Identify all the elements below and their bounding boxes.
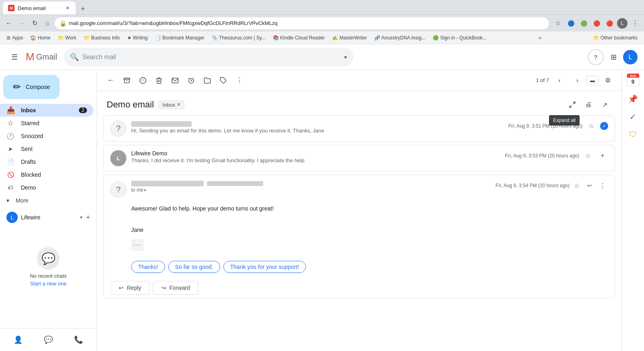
compose-btn[interactable]: ✏ Compose (3, 75, 60, 99)
search-bar[interactable]: 🔍 ▾ (64, 48, 353, 66)
back-btn[interactable]: ← (103, 73, 118, 88)
forward-btn[interactable]: ↪ Forward (153, 281, 198, 295)
active-tab[interactable]: M Demo email ✕ (3, 2, 76, 14)
ellipsis-btn[interactable]: ··· (131, 239, 144, 251)
report-spam-btn[interactable] (136, 73, 150, 88)
message-1-header[interactable]: ? Hi, Sending you an email for this demo… (104, 116, 615, 141)
message-2-header[interactable]: L Lifewire Demo Thanks, I did receive it… (104, 145, 615, 171)
mark-unread-btn[interactable] (168, 73, 182, 88)
hamburger-menu[interactable]: ☰ (6, 49, 23, 65)
search-dropdown-icon[interactable]: ▾ (344, 54, 347, 60)
tab-close-btn[interactable]: ✕ (64, 5, 71, 11)
settings-btn[interactable]: ⚙ (601, 73, 615, 88)
search-input[interactable] (82, 54, 341, 61)
next-email-btn[interactable]: › (570, 73, 584, 88)
delete-icon (155, 77, 163, 84)
smart-reply-2[interactable]: So far so good. (168, 261, 220, 273)
masterwriter-bookmark[interactable]: ✍ MasterWriter (329, 33, 370, 42)
extension-btn3[interactable]: 🔴 (591, 18, 602, 29)
sidebar-item-inbox[interactable]: 📥 Inbox 2 (0, 104, 93, 117)
kindle-bookmark[interactable]: 📚 Kindle Cloud Reader (270, 33, 328, 42)
thesaurus-bookmark[interactable]: 📎 Thesaurus.com | Sy... (208, 33, 269, 42)
tab-favicon: M (8, 5, 14, 11)
work-bookmark[interactable]: 📁 Work (55, 33, 80, 42)
sidebar-item-blocked[interactable]: 🚫 Blocked (0, 168, 93, 181)
label-btn[interactable] (216, 73, 231, 88)
people-icon-btn[interactable]: 👤 (10, 332, 26, 348)
shield-btn[interactable]: 🛡 (625, 126, 641, 142)
email-message-1[interactable]: ? Hi, Sending you an email for this demo… (103, 115, 615, 142)
start-new-chat-link[interactable]: Start a new one (6, 281, 90, 287)
prev-email-btn[interactable]: ‹ (552, 73, 567, 88)
chat-icon-btn[interactable]: 💬 (40, 332, 56, 348)
new-tab-btn[interactable]: + (77, 3, 89, 14)
to-me-row[interactable]: to me ▾ (131, 187, 491, 193)
add-workspace-btn[interactable]: + (86, 213, 90, 222)
smart-reply-3[interactable]: Thank you for your support! (223, 261, 306, 273)
message-3-reply-icon-btn[interactable]: ↩ (584, 180, 595, 191)
reply-btn[interactable]: ↩ Reply (110, 281, 150, 295)
phone-icon-btn[interactable]: 📞 (70, 332, 87, 348)
extension-btn1[interactable]: 🔵 (565, 18, 576, 29)
message-2-add-btn[interactable]: + (597, 150, 608, 161)
apps-btn[interactable]: ⊞ (605, 49, 621, 65)
ancestry-bookmark[interactable]: 🧬 AncestryDNA Insig... (371, 33, 429, 42)
extension-btn4[interactable]: 🔴 (604, 18, 615, 29)
tasks-btn[interactable]: ✓ (625, 109, 641, 125)
reply-icon: ↩ (119, 285, 124, 291)
workspace-dropdown-icon[interactable]: ▾ (80, 215, 83, 220)
sidebar-item-starred[interactable]: ☆ Starred (0, 117, 93, 130)
forward-nav-btn[interactable]: → (16, 18, 27, 29)
sidebar-item-demo[interactable]: 🏷 Demo (0, 181, 93, 194)
sidebar-item-sent[interactable]: ➤ Sent (0, 142, 93, 155)
quickbooks-bookmark[interactable]: 🟢 Sign in - QuickBook... (429, 33, 490, 42)
help-btn[interactable]: ? (588, 49, 604, 65)
print-btn[interactable]: 🖨 (581, 97, 596, 112)
delete-btn[interactable] (152, 73, 166, 88)
calendar-widget[interactable]: AUG 9 (627, 73, 640, 86)
profile-btn[interactable]: L (617, 18, 628, 29)
bookmarks-more-btn[interactable]: » (536, 33, 544, 42)
inbox-badge: 2 (79, 107, 87, 113)
sidebar-item-snoozed[interactable]: 🕐 Snoozed (0, 130, 93, 142)
reload-btn[interactable]: ↻ (29, 18, 40, 29)
message-3-actions: Fri, Aug 9, 3:54 PM (20 hours ago) ☆ ↩ ⋮ (495, 180, 608, 191)
extension-btn2[interactable]: 🟢 (578, 18, 589, 29)
body-line-1: Awesome! Glad to help. Hope your demo tu… (131, 204, 608, 213)
back-nav-btn[interactable]: ← (3, 18, 14, 29)
email-header-actions: 🖨 ↗ Expand all (565, 97, 612, 112)
snoozed-label: Snoozed (21, 133, 87, 139)
smart-reply-1[interactable]: Thanks! (131, 261, 165, 273)
message-3-star-btn[interactable]: ☆ (571, 180, 582, 191)
business-bookmark[interactable]: 📁 Business info (80, 33, 123, 42)
more-actions-btn[interactable]: ⋮ (232, 73, 247, 88)
open-new-window-btn[interactable]: ↗ (597, 97, 612, 112)
home-btn[interactable]: ⌂ (42, 18, 53, 29)
browser-menu-btn[interactable]: ⋮ (630, 18, 641, 29)
sidebar-item-drafts[interactable]: 📄 Drafts (0, 155, 93, 168)
sent-icon: ➤ (6, 146, 14, 152)
message-3-more-btn[interactable]: ⋮ (597, 180, 608, 191)
other-bookmarks[interactable]: 📁 Other bookmarks (590, 33, 641, 42)
user-avatar[interactable]: L (623, 50, 638, 64)
apps-bookmark[interactable]: ⊞Apps (3, 33, 26, 42)
email-message-2[interactable]: L Lifewire Demo Thanks, I did receive it… (103, 145, 615, 171)
archive-btn[interactable] (120, 73, 134, 88)
sender-3-name-blur (131, 180, 204, 186)
bookmark-btn[interactable]: ☆ (552, 18, 564, 29)
right-sidebar: AUG 9 📌 ✓ 🛡 (621, 70, 644, 351)
message-1-star-btn[interactable]: ☆ (586, 120, 597, 132)
tag-close-btn[interactable]: ✕ (177, 102, 181, 107)
home-bookmark[interactable]: 🏠 Home (27, 33, 54, 42)
more-section[interactable]: ▾ More (0, 194, 93, 207)
snooze-btn[interactable] (184, 73, 198, 88)
url-bar[interactable]: 🔒 mail.google.com/mail/u/3/?tab=wm&ogbl#… (55, 17, 549, 29)
view-selector-btn[interactable]: ▬ (586, 76, 599, 85)
keep-btn[interactable]: 📌 (625, 91, 641, 107)
writing-bookmark[interactable]: ★ Writing (124, 33, 151, 42)
message-2-star-btn[interactable]: ☆ (582, 150, 594, 161)
bookmark-manager[interactable]: 📑 Bookmark Manager (152, 33, 208, 42)
expand-collapse-btn[interactable] (565, 97, 580, 112)
body-line-2 (131, 215, 608, 223)
move-to-btn[interactable] (200, 73, 215, 88)
